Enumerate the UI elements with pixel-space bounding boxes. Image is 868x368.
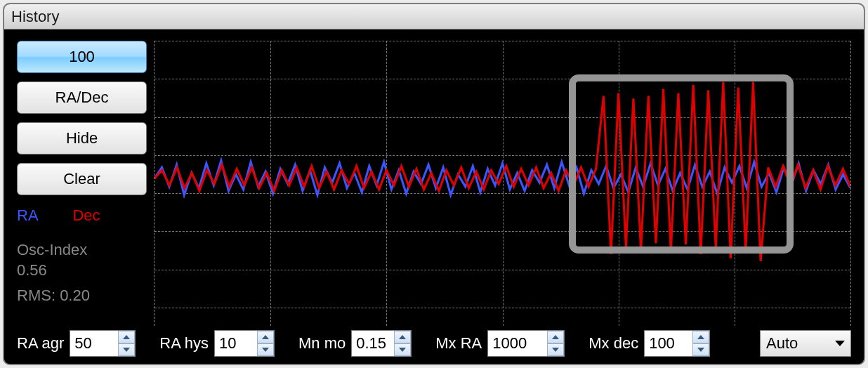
mx-ra-down[interactable] [547, 343, 564, 356]
mx-ra-spinner[interactable]: 1000 [487, 330, 565, 357]
ra-agr-value[interactable]: 50 [70, 331, 118, 356]
mn-mo-spinner[interactable]: 0.15 [351, 330, 412, 357]
mode-button[interactable]: RA/Dec [17, 81, 147, 114]
bottom-bar: RA agr 50 RA hys 10 [4, 326, 864, 364]
mn-mo-up[interactable] [394, 331, 411, 343]
mx-dec-up[interactable] [692, 331, 709, 343]
mx-dec-spinner[interactable]: 100 [644, 330, 710, 357]
mx-dec-label: Mx dec [588, 334, 638, 353]
chevron-down-icon [835, 341, 845, 346]
mx-dec-down[interactable] [692, 343, 709, 356]
ra-agr-up[interactable] [118, 331, 135, 343]
highlight-box [569, 74, 794, 254]
scale-dropdown[interactable]: Auto [760, 330, 851, 357]
mn-mo-label: Mn mo [298, 334, 346, 353]
left-panel: 100 RA/Dec Hide Clear RA Dec Osc-Index 0… [17, 41, 147, 326]
rms-label: RMS: [17, 287, 55, 304]
hide-button[interactable]: Hide [17, 122, 147, 155]
scale-button[interactable]: 100 [17, 41, 147, 73]
mx-dec-value[interactable]: 100 [645, 331, 692, 356]
ra-hys-label: RA hys [159, 334, 209, 353]
osc-index-label: Osc-Index [17, 241, 87, 258]
mx-ra-up[interactable] [547, 331, 564, 343]
window-title: History [11, 8, 59, 26]
osc-index-value: 0.56 [17, 261, 47, 279]
dropdown-selected: Auto [766, 334, 798, 353]
ra-hys-value[interactable]: 10 [215, 331, 257, 356]
ra-hys-spinner[interactable]: 10 [214, 330, 275, 357]
titlebar: History [4, 4, 864, 29]
ra-agr-down[interactable] [118, 343, 135, 356]
legend-dec: Dec [72, 206, 100, 224]
mn-mo-value[interactable]: 0.15 [352, 331, 394, 356]
ra-hys-up[interactable] [257, 331, 274, 343]
rms-value: 0.20 [60, 287, 90, 304]
ra-agr-spinner[interactable]: 50 [70, 330, 136, 357]
ra-hys-down[interactable] [257, 343, 274, 356]
status-block: Osc-Index 0.56 RMS: 0.20 [17, 240, 147, 306]
mx-ra-label: Mx RA [435, 334, 482, 353]
history-window: History 100 RA/Dec Hide Clear RA Dec Osc… [3, 3, 865, 365]
mn-mo-down[interactable] [394, 343, 411, 356]
clear-button[interactable]: Clear [17, 163, 147, 195]
legend: RA Dec [17, 206, 147, 225]
ra-agr-label: RA agr [17, 334, 64, 353]
graph-area [154, 41, 851, 326]
legend-ra: RA [17, 206, 37, 224]
mx-ra-value[interactable]: 1000 [488, 331, 547, 356]
